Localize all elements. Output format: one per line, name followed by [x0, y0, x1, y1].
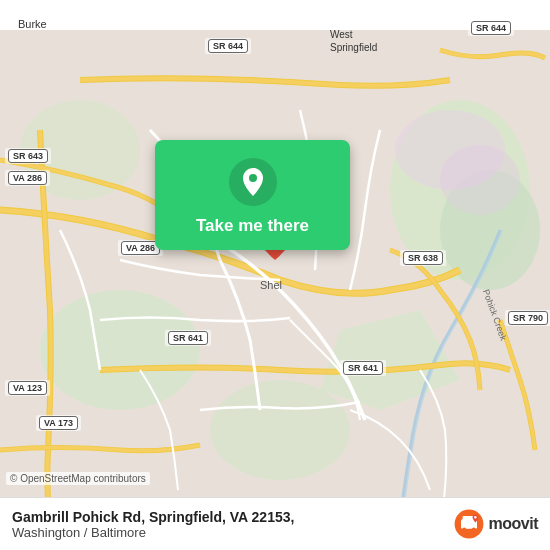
location-pin-icon [239, 166, 267, 198]
moovit-logo: moovit [453, 508, 538, 540]
va286-left-label: VA 286 [5, 170, 50, 186]
svg-point-8 [440, 145, 520, 215]
sr643-label: SR 643 [5, 148, 51, 164]
sr790-label: SR 790 [505, 310, 550, 326]
svg-point-3 [40, 290, 200, 410]
sr644-top-label: SR 644 [205, 38, 251, 54]
svg-point-16 [471, 528, 475, 532]
svg-point-11 [249, 174, 257, 182]
map-attribution: © OpenStreetMap contributors [6, 472, 150, 485]
va173-label: VA 173 [36, 415, 81, 431]
bottom-bar: Gambrill Pohick Rd, Springfield, VA 2215… [0, 497, 550, 550]
svg-point-15 [462, 528, 466, 532]
shel-label: Shel [260, 279, 282, 291]
moovit-text: moovit [489, 515, 538, 533]
svg-point-6 [210, 380, 350, 480]
sr638-label: SR 638 [400, 250, 446, 266]
sr641-right-label: SR 641 [340, 360, 386, 376]
address-line2: Washington / Baltimore [12, 525, 453, 540]
sr641-left-label: SR 641 [165, 330, 211, 346]
burke-label: Burke [18, 18, 47, 30]
sr644-right-label: SR 644 [468, 20, 514, 36]
take-me-there-label: Take me there [196, 216, 309, 236]
va123-label: VA 123 [5, 380, 50, 396]
take-me-there-button[interactable]: Take me there [155, 140, 350, 250]
address-block: Gambrill Pohick Rd, Springfield, VA 2215… [12, 509, 453, 540]
map-background [0, 0, 550, 550]
svg-point-17 [474, 516, 476, 518]
address-line1: Gambrill Pohick Rd, Springfield, VA 2215… [12, 509, 453, 525]
map-container: Burke WestSpringfield SR 644 SR 644 SR 6… [0, 0, 550, 550]
moovit-brand-icon [453, 508, 485, 540]
west-springfield-label: WestSpringfield [330, 28, 377, 54]
location-icon-container [229, 158, 277, 206]
